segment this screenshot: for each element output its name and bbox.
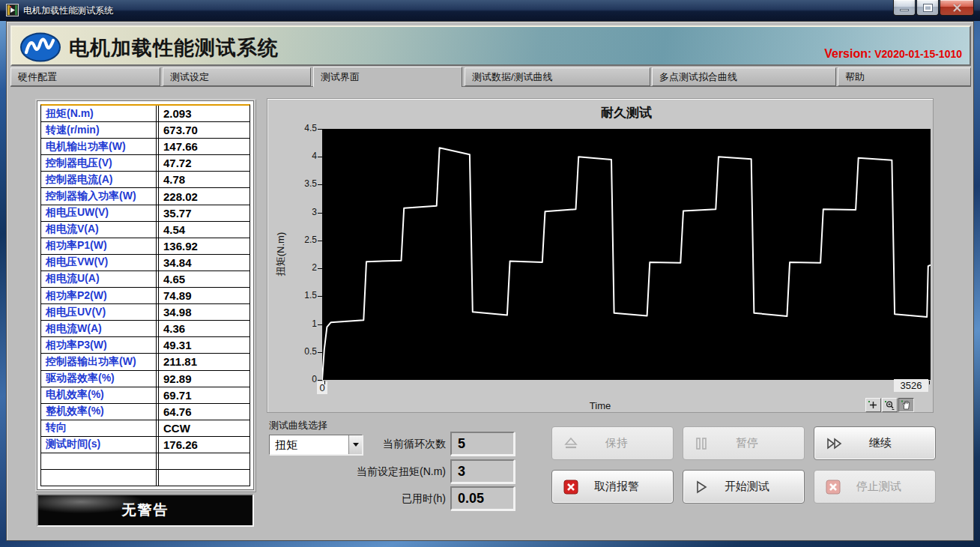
set-torque-value: 3	[450, 459, 515, 483]
hold-button[interactable]: 保持	[551, 426, 674, 460]
param-label: 相电流V(A)	[41, 222, 156, 238]
continue-button[interactable]: 继续	[814, 426, 936, 460]
tab-bar: 硬件配置 测试设定 测试界面 测试数据/测试曲线 多点测试拟合曲线 帮助	[10, 67, 971, 87]
curve-select-label: 测试曲线选择	[269, 419, 327, 432]
table-row: 转速(r/min) 673.70	[41, 122, 249, 139]
pan-tool-icon[interactable]	[898, 398, 914, 412]
param-value: 176.26	[159, 437, 249, 453]
x-axis-min-label[interactable]: 0	[317, 381, 327, 394]
table-row	[41, 453, 249, 470]
table-row	[41, 470, 249, 486]
stop-icon	[826, 480, 841, 495]
param-value: 74.89	[159, 288, 249, 303]
version-label: Version:	[824, 47, 871, 60]
param-label: 相电流U(A)	[41, 271, 156, 287]
y-axis-tick-label: 0.5	[284, 346, 317, 357]
warning-text: 无警告	[122, 501, 169, 520]
table-row: 控制器输入功率(W) 228.02	[41, 188, 249, 205]
param-value: 4.78	[159, 172, 249, 187]
parameter-table-rows: 扭矩(N.m) 2.093 转速(r/min) 673.70 电机输出功率(W)…	[40, 104, 250, 486]
titlebar: 电机加载性能测试系统	[0, 0, 980, 21]
table-row: 相电流W(A) 4.36	[41, 321, 249, 337]
param-value: 4.36	[159, 321, 249, 336]
param-value: 211.81	[159, 354, 249, 369]
x-axis-max-label[interactable]: 3526	[894, 379, 928, 392]
y-axis-tick-label: 1	[284, 318, 317, 329]
tab-test-settings[interactable]: 测试设定	[163, 67, 311, 86]
param-value	[159, 470, 249, 486]
minimize-icon	[900, 9, 909, 11]
param-label: 控制器电流(A)	[41, 172, 156, 187]
start-test-button[interactable]: 开始测试	[683, 470, 805, 504]
y-axis-tick-label: 2.5	[284, 235, 317, 245]
param-label: 控制器输入功率(W)	[41, 188, 156, 204]
y-axis-tick-label: 1.5	[284, 290, 317, 300]
table-row: 相功率P1(W) 136.92	[41, 238, 249, 255]
param-value: 47.72	[159, 155, 249, 171]
chart-title: 耐久测试	[327, 104, 926, 121]
param-label: 相功率P1(W)	[41, 238, 156, 254]
tab-hardware-config[interactable]: 硬件配置	[10, 67, 160, 86]
play-icon	[695, 480, 708, 494]
version-text: Version: V2020-01-15-1010	[824, 47, 962, 61]
param-value: 69.71	[159, 387, 249, 403]
param-value: 673.70	[159, 122, 249, 138]
param-label: 相电流W(A)	[41, 321, 156, 336]
y-axis-tick-label: 2	[284, 262, 317, 273]
zoom-tool-icon[interactable]	[882, 398, 898, 412]
cycle-count-value: 5	[450, 432, 515, 456]
param-label	[41, 470, 156, 486]
param-value	[159, 453, 249, 469]
param-value: 136.92	[159, 238, 249, 254]
param-label	[41, 453, 156, 469]
chart-plot-area[interactable]	[322, 129, 931, 380]
endurance-chart-panel: 耐久测试 扭矩(N.m) 4.543.532.521.510.50 0 3526…	[267, 98, 934, 413]
y-axis-tick-label: 4	[284, 151, 317, 161]
table-row: 相电压UV(V) 34.98	[41, 304, 249, 321]
labview-app-icon	[6, 4, 19, 16]
table-row: 电机效率(%) 69.71	[41, 387, 249, 404]
param-label: 扭矩(N.m)	[41, 106, 156, 121]
param-value: 49.31	[159, 337, 249, 353]
pause-button[interactable]: 暂停	[683, 426, 805, 460]
param-value: 64.76	[159, 404, 249, 420]
param-label: 相电压UV(V)	[41, 304, 156, 320]
param-value: 92.89	[159, 371, 249, 387]
table-row: 扭矩(N.m) 2.093	[41, 106, 249, 122]
application-window: 电机加载性能测试系统 电机加载性能测试系统 Version: V2020	[0, 0, 980, 547]
table-row: 相电流U(A) 4.65	[41, 271, 249, 288]
y-axis-tick-label: 0	[284, 374, 317, 384]
param-value: 147.66	[159, 139, 249, 154]
table-row: 控制器输出功率(W) 211.81	[41, 354, 249, 370]
table-row: 相电压UW(V) 35.77	[41, 205, 249, 222]
app-panel: 电机加载性能测试系统 Version: V2020-01-15-1010 硬件配…	[6, 21, 974, 541]
chart-x-axis-label: Time	[267, 400, 933, 411]
set-torque-label: 当前设定扭矩(N.m)	[278, 465, 446, 479]
maximize-button[interactable]	[916, 0, 939, 16]
app-header: 电机加载性能测试系统 Version: V2020-01-15-1010	[10, 25, 971, 66]
param-label: 相电压UW(V)	[41, 205, 156, 221]
table-row: 相功率P3(W) 49.31	[41, 337, 249, 354]
param-label: 相功率P3(W)	[41, 337, 156, 353]
tab-test-interface[interactable]: 测试界面	[313, 67, 462, 87]
tab-multipoint-fit-curve[interactable]: 多点测试拟合曲线	[652, 67, 836, 86]
stop-test-button[interactable]: 停止测试	[814, 470, 936, 504]
param-value: 2.093	[159, 106, 249, 121]
crosshair-tool-icon[interactable]	[865, 398, 881, 412]
tab-test-data-curves[interactable]: 测试数据/测试曲线	[465, 67, 650, 86]
warning-banner: 无警告	[37, 494, 254, 527]
maximize-icon	[924, 4, 932, 11]
x-axis-tick-mark	[324, 381, 325, 384]
tab-help[interactable]: 帮助	[838, 67, 971, 86]
param-label: 整机效率(%)	[41, 404, 156, 420]
close-button[interactable]	[940, 0, 974, 16]
table-row: 整机效率(%) 64.76	[41, 404, 249, 420]
minimize-button[interactable]	[893, 0, 916, 16]
param-value: 34.98	[159, 304, 249, 320]
table-row: 相电流V(A) 4.54	[41, 222, 249, 238]
table-row: 相电压VW(V) 34.84	[41, 255, 249, 271]
company-logo-icon	[19, 31, 61, 63]
param-value: 228.02	[159, 188, 249, 204]
cancel-alarm-button[interactable]: 取消报警	[551, 470, 674, 504]
param-label: 电机输出功率(W)	[41, 139, 156, 154]
